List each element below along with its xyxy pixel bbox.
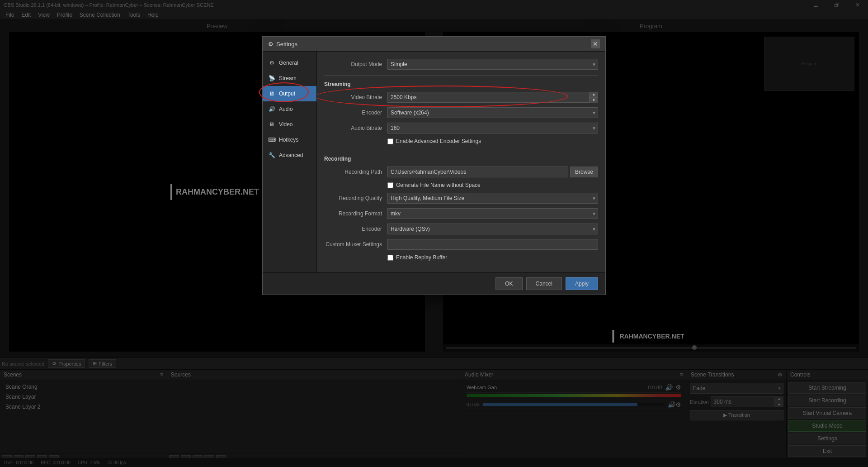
gen-filename-row: Generate File Name without Space bbox=[324, 182, 598, 188]
enable-replay-label[interactable]: Enable Replay Buffer bbox=[396, 254, 447, 261]
encoder-row: Encoder Software (x264) Hardware (QSV) H… bbox=[324, 107, 598, 118]
recording-quality-wrapper: High Quality, Medium File Size Indisting… bbox=[387, 193, 598, 204]
streaming-divider bbox=[324, 75, 598, 76]
recording-path-label: Recording Path bbox=[324, 169, 387, 175]
sidebar-general-label: General bbox=[279, 60, 298, 66]
audio-bitrate-select[interactable]: 160 128 192 320 bbox=[387, 123, 598, 133]
video-bitrate-label: Video Bitrate bbox=[324, 94, 387, 100]
streaming-section-header: Streaming bbox=[324, 81, 598, 87]
recording-section-header: Recording bbox=[324, 156, 598, 162]
sidebar-output-label: Output bbox=[279, 91, 295, 97]
cancel-button[interactable]: Cancel bbox=[526, 277, 562, 290]
stream-icon: 📡 bbox=[268, 75, 275, 81]
ok-button[interactable]: OK bbox=[495, 277, 522, 290]
dialog-title-bar: ⚙ Settings ✕ bbox=[263, 37, 605, 52]
gen-filename-checkbox[interactable] bbox=[387, 182, 393, 188]
custom-muxer-label: Custom Muxer Settings bbox=[324, 241, 387, 248]
custom-muxer-row: Custom Muxer Settings bbox=[324, 239, 598, 250]
recording-format-wrapper: mkv mp4 mov flv ▼ bbox=[387, 208, 598, 219]
sidebar-video-label: Video bbox=[279, 121, 292, 128]
recording-format-label: Recording Format bbox=[324, 210, 387, 217]
video-bitrate-wrapper: ▲ ▼ bbox=[387, 92, 598, 103]
dialog-main-content: Output Mode Simple Advanced ▼ Streaming … bbox=[317, 52, 605, 272]
video-bitrate-input[interactable] bbox=[387, 92, 598, 103]
recording-path-input[interactable] bbox=[387, 167, 568, 177]
enable-advanced-row: Enable Advanced Encoder Settings bbox=[324, 138, 598, 144]
custom-muxer-input[interactable] bbox=[387, 239, 598, 250]
recording-divider bbox=[324, 150, 598, 150]
recording-encoder-label: Encoder bbox=[324, 226, 387, 232]
recording-encoder-select[interactable]: Hardware (QSv) Software (x264) bbox=[387, 224, 598, 234]
sidebar-item-hotkeys[interactable]: ⌨ Hotkeys bbox=[263, 132, 316, 148]
encoder-select[interactable]: Software (x264) Hardware (QSV) Hardware … bbox=[387, 107, 598, 118]
recording-encoder-row: Encoder Hardware (QSv) Software (x264) ▼ bbox=[324, 224, 598, 234]
audio-bitrate-wrapper: 160 128 192 320 ▼ bbox=[387, 123, 598, 133]
recording-quality-label: Recording Quality bbox=[324, 195, 387, 201]
settings-dialog: ⚙ Settings ✕ ⚙ General 📡 Stream 🖥 Output bbox=[262, 36, 606, 295]
video-bitrate-row: Video Bitrate ▲ ▼ bbox=[324, 92, 598, 103]
sidebar-stream-label: Stream bbox=[279, 75, 297, 81]
sidebar-item-video[interactable]: 🖥 Video bbox=[263, 117, 316, 132]
settings-icon: ⚙ bbox=[268, 41, 274, 48]
browse-button[interactable]: Browse bbox=[570, 167, 598, 177]
enable-replay-row: Enable Replay Buffer bbox=[324, 254, 598, 261]
video-bitrate-down[interactable]: ▼ bbox=[589, 98, 598, 103]
recording-quality-row: Recording Quality High Quality, Medium F… bbox=[324, 193, 598, 204]
hotkeys-icon: ⌨ bbox=[268, 137, 275, 143]
enable-advanced-label[interactable]: Enable Advanced Encoder Settings bbox=[396, 138, 481, 144]
recording-path-input-row: Browse bbox=[387, 167, 598, 177]
recording-encoder-wrapper: Hardware (QSv) Software (x264) ▼ bbox=[387, 224, 598, 234]
enable-replay-checkbox[interactable] bbox=[387, 255, 393, 261]
recording-format-row: Recording Format mkv mp4 mov flv ▼ bbox=[324, 208, 598, 219]
video-bitrate-up[interactable]: ▲ bbox=[589, 92, 598, 98]
encoder-label: Encoder bbox=[324, 110, 387, 116]
sidebar-item-output[interactable]: 🖥 Output bbox=[263, 86, 316, 101]
audio-icon: 🔊 bbox=[268, 106, 275, 112]
dialog-body: ⚙ General 📡 Stream 🖥 Output 🔊 Audio bbox=[263, 52, 605, 272]
encoder-wrapper: Software (x264) Hardware (QSV) Hardware … bbox=[387, 107, 598, 118]
enable-advanced-checkbox[interactable] bbox=[387, 138, 393, 144]
sidebar-advanced-label: Advanced bbox=[279, 152, 303, 158]
audio-bitrate-row: Audio Bitrate 160 128 192 320 ▼ bbox=[324, 123, 598, 133]
output-mode-select[interactable]: Simple Advanced bbox=[387, 59, 598, 70]
output-icon: 🖥 bbox=[268, 91, 275, 97]
output-mode-label: Output Mode bbox=[324, 61, 387, 67]
advanced-icon: 🔧 bbox=[268, 152, 275, 158]
sidebar-item-audio[interactable]: 🔊 Audio bbox=[263, 101, 316, 117]
dialog-close-button[interactable]: ✕ bbox=[591, 39, 600, 48]
dialog-title-content: ⚙ Settings bbox=[268, 41, 297, 48]
recording-quality-select[interactable]: High Quality, Medium File Size Indisting… bbox=[387, 193, 598, 204]
video-icon: 🖥 bbox=[268, 121, 275, 128]
sidebar-item-stream[interactable]: 📡 Stream bbox=[263, 71, 316, 86]
recording-format-select[interactable]: mkv mp4 mov flv bbox=[387, 208, 598, 219]
sidebar-item-general[interactable]: ⚙ General bbox=[263, 55, 316, 71]
sidebar-audio-label: Audio bbox=[279, 106, 293, 112]
audio-bitrate-label: Audio Bitrate bbox=[324, 125, 387, 131]
gen-filename-label[interactable]: Generate File Name without Space bbox=[396, 182, 481, 188]
general-icon: ⚙ bbox=[268, 60, 275, 66]
dialog-overlay: ⚙ Settings ✕ ⚙ General 📡 Stream 🖥 Output bbox=[0, 0, 868, 467]
dialog-footer: OK Cancel Apply bbox=[263, 272, 605, 295]
dialog-sidebar: ⚙ General 📡 Stream 🖥 Output 🔊 Audio bbox=[263, 52, 317, 272]
sidebar-hotkeys-label: Hotkeys bbox=[279, 137, 298, 143]
output-mode-wrapper: Simple Advanced ▼ bbox=[387, 59, 598, 70]
video-bitrate-arrows: ▲ ▼ bbox=[589, 92, 598, 103]
apply-button[interactable]: Apply bbox=[566, 277, 598, 290]
output-mode-row: Output Mode Simple Advanced ▼ bbox=[324, 59, 598, 70]
sidebar-item-advanced[interactable]: 🔧 Advanced bbox=[263, 148, 316, 163]
dialog-title-text: Settings bbox=[276, 41, 297, 48]
recording-path-row: Recording Path Browse bbox=[324, 167, 598, 177]
